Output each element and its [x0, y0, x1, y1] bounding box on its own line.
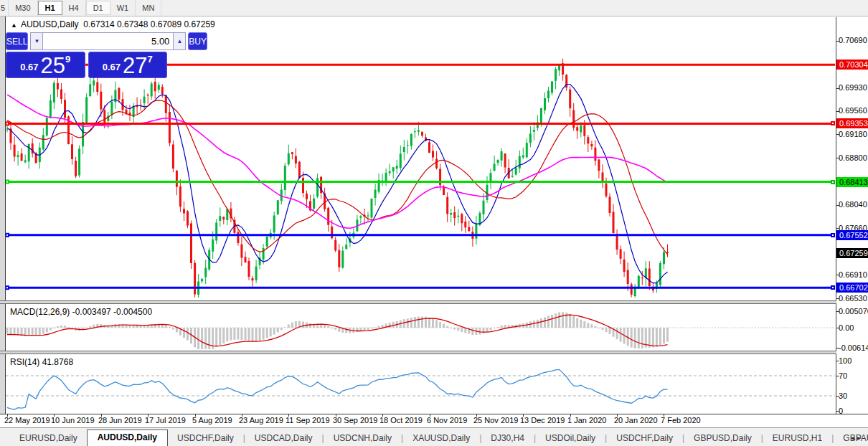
line-axis-marker — [831, 180, 835, 184]
line-axis-marker — [831, 285, 835, 290]
one-click-trading-panel: SELL ▼ ▲ BUY 0.67259 0.67277 — [6, 32, 167, 78]
macd-histogram — [6, 312, 669, 349]
tab-usdcnh-daily[interactable]: USDCNH,Daily — [324, 431, 401, 446]
ma-8 — [7, 85, 668, 283]
date-label: 5 Aug 2019 — [192, 416, 232, 424]
tab-usdchf-daily[interactable]: USDCHF,Daily — [168, 431, 243, 446]
candles-down — [10, 63, 669, 295]
timeframe-button-h4[interactable]: H4 — [62, 0, 86, 16]
date-axis: 22 May 201910 Jun 201928 Jun 201917 Jul … — [0, 414, 868, 427]
date-label: 6 Nov 2019 — [427, 416, 467, 424]
tab-scroll-right-icon[interactable]: ▸ — [857, 434, 864, 442]
buy-price-big: 27 — [123, 54, 147, 77]
volume-decrease-button[interactable]: ▼ — [30, 32, 43, 50]
timeframe-toolbar: 5M30H1H4D1W1MN — [0, 0, 868, 16]
timeframe-button-mn[interactable]: MN — [136, 0, 161, 16]
chart-tab-bar: EURUSD,DailyAUDUSD,DailyUSDCHF,Daily|USD… — [0, 428, 868, 446]
timeframe-button-5[interactable]: 5 — [0, 0, 9, 16]
macd-tick-label: -0.006148 — [839, 343, 868, 353]
price-tick-label: 0.68800 — [839, 153, 867, 163]
ma-45 — [7, 95, 668, 228]
buy-price-sup: 7 — [148, 52, 153, 65]
rsi-indicator-pane[interactable] — [6, 354, 836, 414]
timeframe-button-m30[interactable]: M30 — [9, 0, 37, 16]
date-label: 22 May 2019 — [4, 416, 50, 424]
price-tick-label: 0.66910 — [839, 270, 867, 280]
rsi-tick-label: 30 — [839, 392, 847, 401]
volume-stepper: ▼ ▲ — [30, 32, 186, 50]
volume-input[interactable] — [43, 32, 173, 50]
date-label: 17 Jul 2019 — [145, 416, 186, 424]
price-tick-label: 0.66530 — [839, 294, 867, 303]
mt4-window: 5M30H1H4D1W1MN ▲AUDUSD,Daily 0.67314 0.6… — [0, 0, 868, 446]
tab-xauusd-daily[interactable]: XAUUSD,Daily — [403, 431, 479, 446]
buy-price-quote[interactable]: 0.67277 — [88, 52, 168, 78]
price-tick-label: 0.68040 — [839, 200, 867, 209]
candles-up — [6, 65, 666, 296]
price-level-label: 0.67259 — [836, 248, 868, 258]
price-tick-label: 0.69560 — [839, 106, 867, 115]
price-tick-label: 0.70690 — [839, 36, 867, 45]
date-label: 7 Feb 2020 — [661, 416, 701, 424]
timeframe-button-w1[interactable]: W1 — [110, 0, 136, 16]
tab-scroll-left-icon[interactable]: ◂ — [851, 434, 857, 442]
buy-button[interactable]: BUY — [188, 32, 207, 50]
tab-scroll-arrows[interactable]: ◂▸ — [851, 434, 864, 442]
tab-eurusd-daily[interactable]: EURUSD,Daily — [10, 431, 87, 446]
buy-price-prefix: 0.67 — [103, 62, 121, 77]
tab-eurusd-h1[interactable]: EURUSD,H1 — [763, 431, 831, 446]
date-label: 20 Jan 2020 — [614, 416, 658, 424]
rsi-tick-label: 0 — [839, 407, 843, 416]
volume-increase-button[interactable]: ▲ — [173, 32, 186, 50]
rsi-tick-label: 70 — [839, 371, 847, 381]
date-label: 25 Nov 2019 — [473, 416, 518, 424]
date-label: 10 Jun 2019 — [51, 416, 95, 424]
line-axis-marker — [831, 233, 835, 237]
price-level-label: 0.66702 — [836, 283, 868, 293]
tab-dj30-h4[interactable]: DJ30,H4 — [481, 431, 534, 446]
date-label: 23 Aug 2019 — [239, 416, 283, 424]
timeframe-button-d1[interactable]: D1 — [86, 1, 110, 15]
price-level-label: 0.68413 — [836, 177, 868, 187]
price-level-label: 0.69353 — [836, 118, 868, 128]
macd-tick-label: 0.005076 — [839, 307, 868, 316]
tab-usdoil-daily[interactable]: USDOil,Daily — [536, 431, 605, 446]
tab-usdcad-daily[interactable]: USDCAD,Daily — [245, 431, 322, 446]
date-label: 28 Jun 2019 — [98, 416, 142, 424]
date-label: 1 Jan 2020 — [567, 416, 606, 424]
date-label: 11 Sep 2019 — [286, 416, 330, 424]
date-label: 18 Oct 2019 — [379, 416, 423, 424]
macd-tick-label: 0.00 — [839, 323, 854, 333]
chart-symbol-label: AUDUSD,Daily — [21, 19, 79, 29]
sell-price-sup: 9 — [65, 52, 70, 65]
tab-audusd-daily[interactable]: AUDUSD,Daily — [87, 430, 168, 446]
price-tick-label: 0.69180 — [839, 130, 867, 139]
line-axis-marker — [831, 121, 835, 125]
tab-usdchf-daily[interactable]: USDCHF,Daily — [607, 431, 682, 446]
price-level-label: 0.70304 — [836, 60, 868, 70]
date-label: 13 Dec 2019 — [520, 416, 565, 424]
sell-button[interactable]: SELL — [6, 32, 28, 50]
chart-ohlc-values: 0.67314 0.67348 0.67089 0.67259 — [83, 19, 215, 29]
sell-price-prefix: 0.67 — [20, 62, 38, 77]
rsi-tick-label: 100 — [839, 356, 852, 366]
sell-price-quote[interactable]: 0.67259 — [6, 52, 85, 78]
macd-signal-line — [7, 315, 668, 346]
timeframe-button-h1[interactable]: H1 — [38, 1, 62, 15]
sell-price-big: 25 — [41, 54, 65, 77]
tab-gbpusd-daily[interactable]: GBPUSD,Daily — [684, 431, 761, 446]
chart-title: ▲AUDUSD,Daily 0.67314 0.67348 0.67089 0.… — [11, 19, 215, 29]
price-level-label: 0.67552 — [836, 230, 868, 240]
price-tick-label: 0.69930 — [839, 83, 867, 92]
rsi-label: RSI(14) 41.8768 — [10, 357, 73, 367]
collapse-arrow-icon[interactable]: ▲ — [11, 22, 17, 29]
macd-label: MACD(12,26,9) -0.003497 -0.004500 — [10, 307, 152, 317]
date-label: 30 Sep 2019 — [333, 416, 377, 424]
price-axis-column — [836, 17, 868, 414]
